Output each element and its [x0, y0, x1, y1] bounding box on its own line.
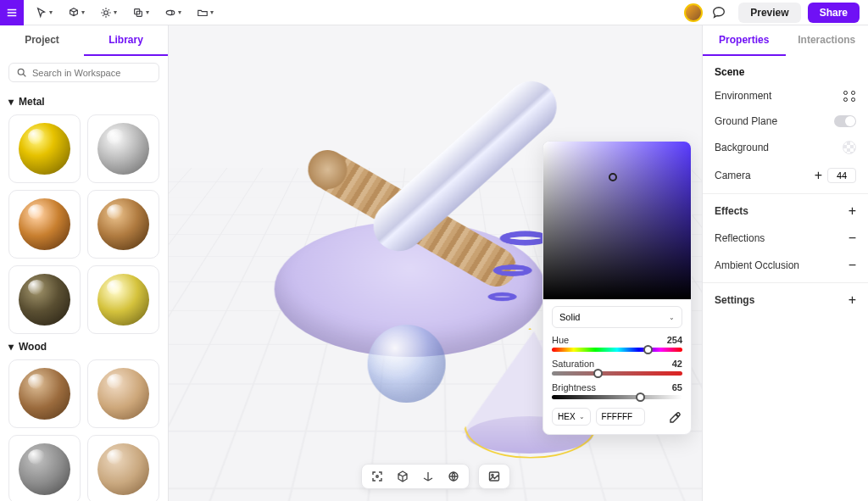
material-silver[interactable]: [87, 114, 159, 183]
folder-tool[interactable]: ▾: [197, 7, 214, 19]
hex-input[interactable]: [596, 408, 645, 426]
fill-mode-select[interactable]: Solid ⌄: [552, 306, 682, 328]
hue-slider[interactable]: [552, 348, 682, 352]
chevron-down-icon: ⌄: [669, 314, 675, 321]
material-gold[interactable]: [8, 114, 81, 183]
main-menu-button[interactable]: [0, 0, 24, 25]
camera-add-button[interactable]: +: [815, 169, 822, 182]
section-head-scene: Scene: [703, 56, 868, 83]
wireframe-view-icon[interactable]: [447, 470, 460, 483]
cube-tool[interactable]: ▾: [68, 7, 85, 19]
share-button[interactable]: Share: [808, 3, 860, 23]
material-tool[interactable]: ▾: [164, 7, 181, 19]
image-view-icon[interactable]: [487, 470, 501, 483]
eyedropper-icon[interactable]: [669, 410, 682, 424]
add-effect-button[interactable]: +: [849, 204, 856, 218]
material-bronze[interactable]: [87, 190, 159, 259]
color-field[interactable]: [543, 142, 691, 299]
glass-sphere-object[interactable]: [367, 325, 445, 403]
section-label-wood: Wood: [19, 341, 47, 353]
section-head-wood[interactable]: ▾Wood: [8, 341, 159, 353]
color-picker-panel: Solid ⌄ Hue254 Saturation42 Brightness65: [542, 141, 692, 435]
color-field-cursor[interactable]: [609, 173, 617, 181]
view-tools: [361, 464, 510, 489]
color-mode-select[interactable]: HEX⌄: [552, 408, 591, 426]
material-wood-b[interactable]: [87, 359, 159, 428]
left-panel: Project Library ▾Metal: [0, 25, 169, 501]
material-copper[interactable]: [8, 190, 81, 259]
ground-plane-toggle[interactable]: [834, 115, 856, 127]
section-head-settings: Settings: [715, 294, 754, 306]
orbit-view-icon[interactable]: [396, 470, 409, 483]
viewport[interactable]: Solid ⌄ Hue254 Saturation42 Brightness65: [169, 25, 702, 501]
copy-tool[interactable]: ▾: [132, 7, 149, 19]
material-wood-a[interactable]: [8, 359, 81, 428]
camera-fov-input[interactable]: [827, 168, 856, 183]
preview-button[interactable]: Preview: [738, 3, 800, 23]
material-wood-c[interactable]: [8, 435, 81, 501]
color-mode-label: HEX: [558, 412, 576, 421]
search-input[interactable]: [32, 68, 152, 78]
saturation-label: Saturation: [552, 359, 594, 369]
hue-label: Hue: [552, 335, 569, 345]
add-setting-button[interactable]: +: [849, 293, 856, 307]
tab-interactions[interactable]: Interactions: [786, 25, 869, 56]
scene-objects: [248, 103, 570, 425]
section-head-effects: Effects: [715, 205, 748, 217]
cursor-tool[interactable]: ▾: [36, 7, 53, 19]
environment-presets-icon[interactable]: [843, 91, 856, 102]
material-brass[interactable]: [87, 265, 159, 334]
camera-label: Camera: [715, 170, 751, 181]
brightness-value: 65: [672, 382, 682, 392]
svg-point-4: [18, 69, 24, 75]
search-input-wrap[interactable]: [8, 63, 159, 82]
light-tool[interactable]: ▾: [100, 7, 117, 19]
brightness-label: Brightness: [552, 382, 596, 392]
fill-mode-label: Solid: [559, 312, 580, 322]
tool-group: ▾ ▾ ▾ ▾ ▾ ▾: [24, 7, 214, 19]
ring-object-3[interactable]: [487, 292, 516, 300]
tab-library[interactable]: Library: [84, 25, 168, 56]
comments-icon[interactable]: [711, 5, 726, 20]
background-label: Background: [715, 142, 769, 153]
saturation-value: 42: [672, 359, 682, 369]
svg-point-0: [104, 10, 108, 14]
ring-object-2[interactable]: [492, 264, 531, 276]
user-avatar[interactable]: [684, 3, 703, 22]
reflections-label: Reflections: [715, 232, 765, 244]
axis-view-icon[interactable]: [421, 470, 435, 483]
environment-label: Environment: [715, 90, 771, 102]
tab-properties[interactable]: Properties: [703, 25, 786, 56]
tab-project[interactable]: Project: [0, 25, 84, 56]
saturation-slider[interactable]: [552, 371, 682, 376]
svg-point-3: [166, 10, 175, 14]
topbar: ▾ ▾ ▾ ▾ ▾ ▾ Preview Share: [0, 0, 868, 25]
section-label-metal: Metal: [19, 96, 45, 108]
hue-value: 254: [667, 335, 682, 345]
search-icon: [16, 67, 27, 78]
ground-plane-label: Ground Plane: [715, 115, 777, 127]
background-swatch[interactable]: [843, 141, 856, 154]
material-wood-d[interactable]: [87, 435, 159, 501]
brightness-slider[interactable]: [552, 395, 682, 399]
remove-ao-button[interactable]: −: [849, 259, 856, 272]
svg-point-5: [376, 476, 377, 477]
frame-view-icon[interactable]: [370, 470, 384, 483]
svg-point-8: [491, 474, 492, 476]
ambient-occlusion-label: Ambient Occlusion: [715, 259, 799, 271]
material-dark-metal[interactable]: [8, 265, 81, 334]
right-panel: Properties Interactions Scene Environmen…: [702, 25, 868, 501]
section-head-metal[interactable]: ▾Metal: [8, 96, 159, 108]
remove-reflections-button[interactable]: −: [849, 231, 856, 245]
